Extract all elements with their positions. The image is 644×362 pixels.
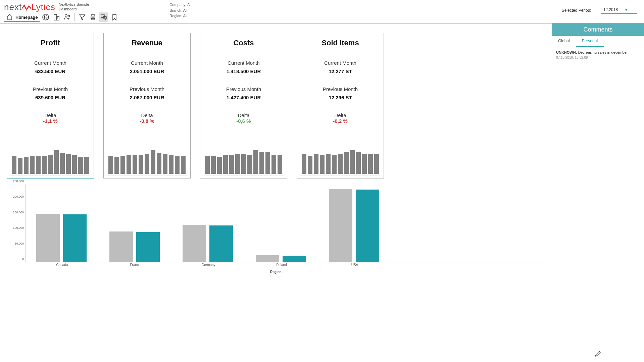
kpi-delta-value: -1,1 % xyxy=(10,118,90,124)
region-group xyxy=(183,225,233,262)
kpi-previous-label: Previous Month xyxy=(107,86,187,92)
sparkline-bar xyxy=(368,154,373,174)
x-label: USA xyxy=(351,263,358,267)
sparkline-bar xyxy=(308,156,312,174)
region-bar xyxy=(356,190,379,262)
plot-area xyxy=(26,185,545,262)
region-group xyxy=(256,255,306,262)
sparkline-bar xyxy=(66,154,71,174)
kpi-title: Costs xyxy=(204,39,284,47)
nav-building[interactable] xyxy=(52,12,61,22)
sparkline-bar xyxy=(127,155,131,174)
y-tick: 0 xyxy=(22,257,24,261)
kpi-current-label: Current Month xyxy=(300,60,380,66)
sparkline-bar xyxy=(145,154,149,174)
region-bar xyxy=(36,214,60,262)
y-tick: 250.000 xyxy=(13,179,24,183)
kpi-current-value: 1.418.500 EUR xyxy=(204,68,284,74)
x-label: Poland xyxy=(276,263,287,267)
region-bar xyxy=(283,256,306,262)
sparkline-bar xyxy=(350,150,355,174)
kpi-delta-label: Delta xyxy=(300,112,380,118)
sparkline-bar xyxy=(163,154,167,174)
region-bar xyxy=(183,225,206,262)
filter-icon xyxy=(79,13,86,21)
comments-tab-personal[interactable]: Personal xyxy=(576,36,604,47)
kpi-sparkline xyxy=(107,133,187,175)
sparkline-bar xyxy=(217,157,222,174)
kpi-card-costs[interactable]: Costs Current Month 1.418.500 EUR Previo… xyxy=(200,33,287,178)
sparkline-bar xyxy=(169,155,174,174)
kpi-row: Profit Current Month 632.500 EUR Previou… xyxy=(7,33,545,178)
kpi-delta-value: -0,6 % xyxy=(204,118,284,124)
sparkline-bar xyxy=(211,156,216,174)
sparkline-bar xyxy=(302,154,306,174)
kpi-current-value: 2.051.000 EUR xyxy=(107,68,187,74)
toolbar-comments[interactable] xyxy=(99,12,108,22)
period-dropdown[interactable]: 12.2018▼ xyxy=(601,7,637,14)
sparkline-bar xyxy=(374,154,379,174)
sparkline-bar xyxy=(42,156,47,174)
header: next Lytics NextLytics Sample Dashboard … xyxy=(0,0,644,23)
bookmark-icon xyxy=(111,13,118,21)
period-selector: Selected Period: 12.2018▼ xyxy=(562,7,637,14)
toolbar-bookmark[interactable] xyxy=(110,12,119,22)
region-bar xyxy=(256,255,279,262)
kpi-card-profit[interactable]: Profit Current Month 632.500 EUR Previou… xyxy=(7,33,94,178)
y-tick: 100.000 xyxy=(13,226,24,229)
kpi-sparkline xyxy=(10,133,90,175)
globe-icon xyxy=(42,13,50,21)
kpi-card-revenue[interactable]: Revenue Current Month 2.051.000 EUR Prev… xyxy=(103,33,191,178)
svg-point-4 xyxy=(68,15,70,17)
sparkline-bar xyxy=(235,154,240,174)
kpi-delta-value: -0,8 % xyxy=(107,118,187,124)
kpi-title: Revenue xyxy=(107,39,187,47)
comments-sidebar: Comments Global Personal UNKNOWN: Decrea… xyxy=(552,23,644,362)
kpi-title: Sold Items xyxy=(300,39,380,47)
x-label: Canada xyxy=(56,263,68,267)
comments-icon xyxy=(100,13,107,21)
kpi-previous-value: 639.600 EUR xyxy=(10,95,90,100)
region-group xyxy=(109,231,160,262)
sparkline-bar xyxy=(24,157,29,174)
users-icon xyxy=(63,13,71,21)
sparkline-bar xyxy=(30,156,35,174)
nav-globe[interactable] xyxy=(41,12,50,22)
kpi-current-value: 12.277 ST xyxy=(300,68,380,74)
toolbar-print[interactable] xyxy=(88,12,98,22)
sparkline-bar xyxy=(12,156,16,174)
logo-wave-icon xyxy=(22,4,31,11)
sparkline-bar xyxy=(157,153,161,174)
sparkline-bar xyxy=(84,157,89,174)
comment-item[interactable]: UNKNOWN: Decreasing sales in december07.… xyxy=(552,47,644,63)
sparkline-bar xyxy=(253,150,258,174)
sparkline-bar xyxy=(151,150,155,174)
sparkline-bar xyxy=(314,154,318,174)
pencil-icon xyxy=(594,350,602,357)
y-tick: 50.000 xyxy=(14,242,24,245)
period-label: Selected Period: xyxy=(562,8,591,13)
kpi-card-sold-items[interactable]: Sold Items Current Month 12.277 ST Previ… xyxy=(297,33,384,178)
sparkline-bar xyxy=(139,155,143,174)
nav-users[interactable] xyxy=(62,12,72,22)
sparkline-bar xyxy=(247,155,252,174)
sparkline-bar xyxy=(78,157,83,174)
sparkline-bar xyxy=(36,156,41,174)
region-group xyxy=(36,214,87,262)
nav-row: Homepage xyxy=(4,12,119,22)
comments-tab-global[interactable]: Global xyxy=(552,36,576,47)
sparkline-bar xyxy=(133,155,137,174)
toolbar-filter[interactable] xyxy=(78,12,87,22)
sparkline-bar xyxy=(18,158,22,174)
region-bar xyxy=(63,214,87,262)
sparkline-bar xyxy=(344,152,349,174)
kpi-current-value: 632.500 EUR xyxy=(10,68,90,74)
home-icon xyxy=(6,13,13,21)
sparkline-bar xyxy=(72,155,77,174)
sparkline-bar xyxy=(265,152,270,174)
region-bar xyxy=(109,231,133,262)
kpi-current-label: Current Month xyxy=(204,60,284,66)
nav-homepage[interactable]: Homepage xyxy=(4,12,40,22)
sparkline-bar xyxy=(362,154,367,174)
comment-edit-button[interactable] xyxy=(552,345,644,362)
